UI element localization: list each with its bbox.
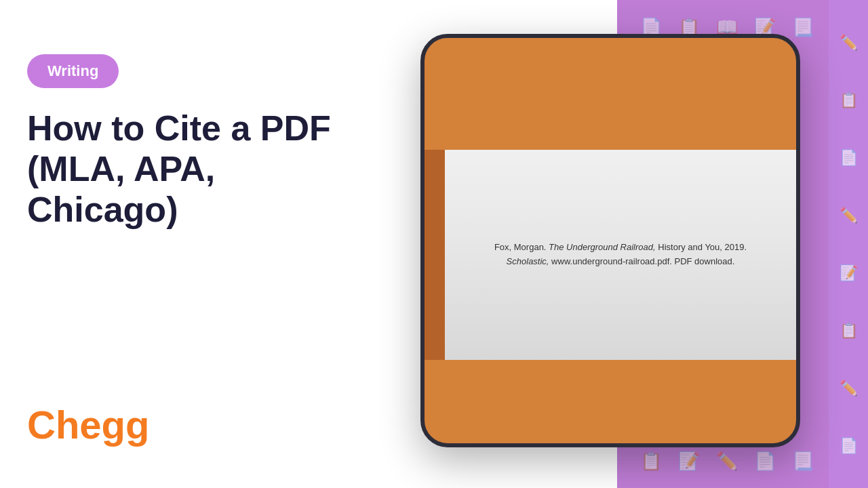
- sidebar-icon-4: ✏️: [840, 208, 858, 223]
- writing-badge: Writing: [27, 54, 119, 88]
- tablet-device: Fox, Morgan. The Underground Railroad, H…: [420, 34, 800, 447]
- sidebar-icon-7: ✏️: [840, 381, 858, 396]
- sidebar-icon-1: ✏️: [840, 35, 858, 50]
- chegg-logo: Chegg: [27, 402, 149, 447]
- title-line3: Chicago): [27, 190, 178, 229]
- main-title: How to Cite a PDF (MLA, APA, Chicago): [27, 108, 366, 230]
- sidebar-icon-2: 📋: [840, 93, 858, 108]
- sidebar-icon-5: 📝: [840, 266, 858, 281]
- writing-badge-label: Writing: [47, 62, 98, 79]
- sidebar-icon-6: 📋: [840, 323, 858, 338]
- right-sidebar-icons: ✏️ 📋 📄 ✏️ 📝 📋 ✏️ 📄: [829, 0, 868, 488]
- title-line2: (MLA, APA,: [27, 149, 215, 188]
- tablet-container: Fox, Morgan. The Underground Railroad, H…: [420, 34, 814, 461]
- sidebar-icon-8: 📄: [840, 439, 858, 453]
- chegg-logo-text: Chegg: [27, 403, 149, 447]
- doc-orange-strip: [425, 150, 445, 360]
- document-area: Fox, Morgan. The Underground Railroad, H…: [445, 150, 796, 360]
- title-line1: How to Cite a PDF: [27, 108, 331, 148]
- document-citation: Fox, Morgan. The Underground Railroad, H…: [480, 241, 761, 269]
- sidebar-icon-3: 📄: [840, 150, 858, 165]
- left-content-area: Writing How to Cite a PDF (MLA, APA, Chi…: [27, 54, 366, 257]
